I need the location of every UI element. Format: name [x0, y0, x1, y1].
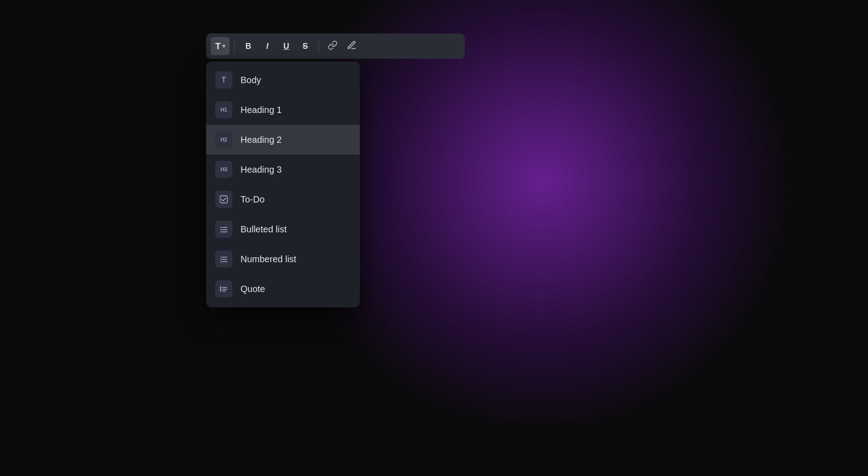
dropdown-item-heading2[interactable]: H2 Heading 2	[206, 125, 360, 155]
italic-icon: I	[266, 42, 269, 51]
heading1-label: Heading 1	[241, 105, 282, 115]
link-button[interactable]	[324, 37, 342, 55]
highlight-button[interactable]	[343, 37, 361, 55]
h1-icon: H1	[215, 101, 232, 118]
divider-2	[319, 40, 319, 52]
underline-button[interactable]: U	[277, 37, 295, 55]
type-group: T ▾	[211, 37, 230, 55]
bulleted-list-icon	[215, 221, 232, 238]
editor-ui: T ▾ B I U S	[206, 33, 465, 307]
dropdown-item-quote[interactable]: Quote	[206, 274, 360, 304]
italic-button[interactable]: I	[258, 37, 276, 55]
heading3-label: Heading 3	[241, 165, 282, 175]
quote-label: Quote	[241, 284, 265, 294]
h2-icon: H2	[215, 131, 232, 148]
text-type-dropdown: T Body H1 Heading 1 H2 Heading 2 H3 Head…	[206, 61, 360, 307]
svg-point-5	[221, 231, 222, 233]
link-icon	[328, 40, 338, 52]
bulleted-list-label: Bulleted list	[241, 224, 287, 235]
chevron-down-icon: ▾	[222, 43, 225, 49]
strikethrough-button[interactable]: S	[296, 37, 314, 55]
todo-icon	[215, 191, 232, 208]
body-label: Body	[241, 75, 261, 85]
highlight-icon	[347, 40, 357, 52]
type-t-icon: T	[215, 41, 221, 52]
quote-icon	[215, 280, 232, 297]
h3-icon: H3	[215, 161, 232, 178]
format-group: B I U S	[239, 37, 314, 55]
heading2-label: Heading 2	[241, 135, 282, 145]
dropdown-item-todo[interactable]: To-Do	[206, 184, 360, 214]
numbered-list-icon: 1. 2. 3.	[215, 250, 232, 268]
bold-icon: B	[245, 42, 251, 51]
dropdown-item-body[interactable]: T Body	[206, 65, 360, 95]
dropdown-item-bulleted[interactable]: Bulleted list	[206, 214, 360, 244]
formatting-toolbar: T ▾ B I U S	[206, 33, 465, 59]
link-group	[324, 37, 361, 55]
text-type-button[interactable]: T ▾	[211, 37, 230, 55]
divider-1	[234, 40, 235, 52]
dropdown-item-heading3[interactable]: H3 Heading 3	[206, 155, 360, 184]
dropdown-item-numbered[interactable]: 1. 2. 3. Numbered list	[206, 244, 360, 274]
dropdown-item-heading1[interactable]: H1 Heading 1	[206, 95, 360, 125]
todo-label: To-Do	[241, 194, 264, 205]
body-icon: T	[215, 71, 232, 89]
numbered-list-label: Numbered list	[241, 254, 296, 264]
strikethrough-icon: S	[302, 42, 308, 51]
bold-button[interactable]: B	[239, 37, 257, 55]
svg-point-1	[221, 227, 222, 228]
underline-icon: U	[283, 42, 289, 51]
svg-point-3	[221, 229, 222, 231]
